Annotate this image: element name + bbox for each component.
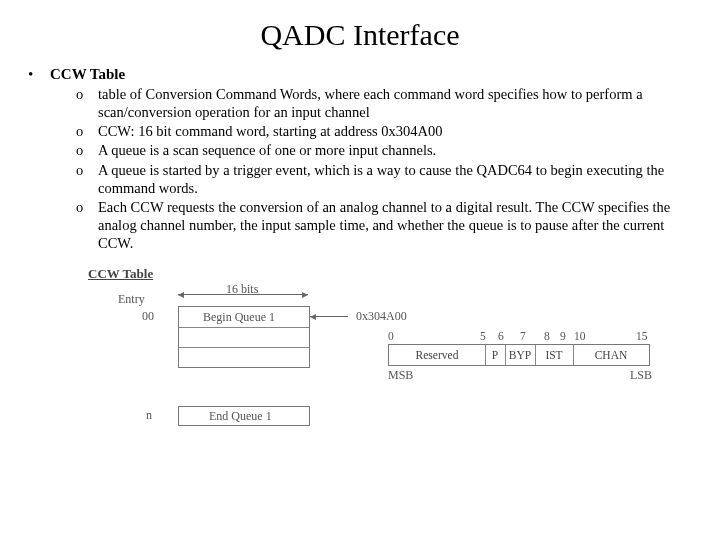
slide-title: QADC Interface: [0, 18, 720, 52]
bullet-label: CCW Table: [50, 66, 692, 83]
bit-tick: 6: [498, 330, 504, 342]
sub-marker: o: [76, 141, 98, 159]
sub-text: A queue is a scan sequence of one or mor…: [98, 141, 692, 159]
bitfield-byp: BYP: [505, 345, 536, 365]
entry-column-label: Entry: [118, 292, 145, 307]
bitfield-reserved: Reserved: [389, 345, 486, 365]
bitfield-chan: CHAN: [573, 345, 649, 365]
end-queue-box: End Queue 1: [178, 406, 310, 426]
sub-text: CCW: 16 bit command word, starting at ad…: [98, 122, 692, 140]
bit-tick: 10: [574, 330, 586, 342]
bit-tick: 9: [560, 330, 566, 342]
table-divider: [179, 347, 309, 348]
row0-index: 00: [142, 309, 154, 324]
bullet-ccw-table: • CCW Table: [28, 66, 692, 83]
bitfield-box: Reserved P BYP IST CHAN: [388, 344, 650, 366]
end-queue-label: End Queue 1: [209, 409, 272, 424]
sub-marker: o: [76, 85, 98, 103]
bit-tick: 8: [544, 330, 550, 342]
ccw-diagram: CCW Table 16 bits Entry Begin Queue 1 00…: [88, 266, 678, 436]
sub-item: o table of Conversion Command Words, whe…: [76, 85, 692, 121]
sub-item: o Each CCW requests the conversion of an…: [76, 198, 692, 252]
begin-queue-label: Begin Queue 1: [203, 310, 275, 325]
sub-marker: o: [76, 198, 98, 216]
sub-bullet-list: o table of Conversion Command Words, whe…: [28, 85, 692, 252]
bullet-marker: •: [28, 66, 50, 83]
rown-index: n: [146, 408, 152, 423]
table-divider: [179, 327, 309, 328]
bitfield-p: P: [485, 345, 506, 365]
sub-item: o A queue is a scan sequence of one or m…: [76, 141, 692, 159]
sub-item: o A queue is started by a trigger event,…: [76, 161, 692, 197]
bit-tick: 15: [636, 330, 648, 342]
sub-text: Each CCW requests the conversion of an a…: [98, 198, 692, 252]
sub-marker: o: [76, 161, 98, 179]
sub-item: o CCW: 16 bit command word, starting at …: [76, 122, 692, 140]
row0-address: 0x304A00: [356, 309, 407, 324]
diagram-heading: CCW Table: [88, 266, 153, 282]
content-area: • CCW Table o table of Conversion Comman…: [0, 66, 720, 436]
lsb-label: LSB: [630, 368, 652, 383]
sub-text: table of Conversion Command Words, where…: [98, 85, 692, 121]
sub-text: A queue is started by a trigger event, w…: [98, 161, 692, 197]
msb-label: MSB: [388, 368, 413, 383]
bits-label: 16 bits: [226, 282, 258, 297]
bit-tick: 0: [388, 330, 394, 342]
sub-marker: o: [76, 122, 98, 140]
bitfield-ist: IST: [535, 345, 574, 365]
ccw-table-box: Begin Queue 1: [178, 306, 310, 368]
addr-pointer-arrow: [310, 316, 348, 317]
bit-tick: 5: [480, 330, 486, 342]
bit-tick: 7: [520, 330, 526, 342]
